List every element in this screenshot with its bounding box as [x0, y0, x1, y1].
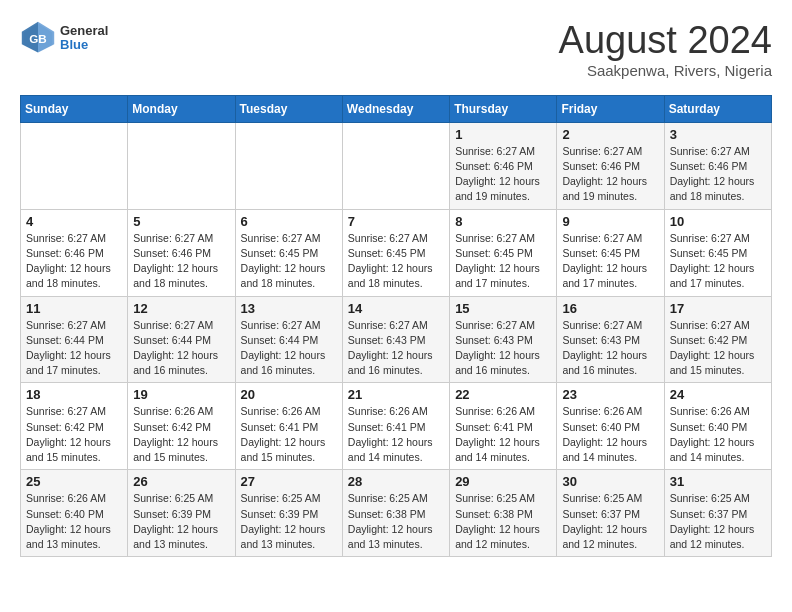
day-number: 24: [670, 387, 766, 402]
day-detail: Sunrise: 6:26 AMSunset: 6:40 PMDaylight:…: [562, 404, 658, 465]
day-detail: Sunrise: 6:27 AMSunset: 6:46 PMDaylight:…: [455, 144, 551, 205]
day-number: 12: [133, 301, 229, 316]
header-cell-friday: Friday: [557, 95, 664, 122]
calendar-cell: 23Sunrise: 6:26 AMSunset: 6:40 PMDayligh…: [557, 383, 664, 470]
calendar-cell: 29Sunrise: 6:25 AMSunset: 6:38 PMDayligh…: [450, 470, 557, 557]
day-number: 31: [670, 474, 766, 489]
header-cell-monday: Monday: [128, 95, 235, 122]
logo-icon: GB: [20, 20, 56, 56]
week-row-3: 11Sunrise: 6:27 AMSunset: 6:44 PMDayligh…: [21, 296, 772, 383]
logo-blue: Blue: [60, 38, 108, 52]
day-detail: Sunrise: 6:27 AMSunset: 6:46 PMDaylight:…: [670, 144, 766, 205]
calendar-header: SundayMondayTuesdayWednesdayThursdayFrid…: [21, 95, 772, 122]
day-number: 29: [455, 474, 551, 489]
day-number: 18: [26, 387, 122, 402]
header-cell-tuesday: Tuesday: [235, 95, 342, 122]
day-number: 2: [562, 127, 658, 142]
logo-text: General Blue: [60, 24, 108, 53]
day-detail: Sunrise: 6:27 AMSunset: 6:43 PMDaylight:…: [455, 318, 551, 379]
day-detail: Sunrise: 6:25 AMSunset: 6:38 PMDaylight:…: [455, 491, 551, 552]
calendar-cell: 28Sunrise: 6:25 AMSunset: 6:38 PMDayligh…: [342, 470, 449, 557]
week-row-1: 1Sunrise: 6:27 AMSunset: 6:46 PMDaylight…: [21, 122, 772, 209]
day-number: 14: [348, 301, 444, 316]
day-detail: Sunrise: 6:25 AMSunset: 6:37 PMDaylight:…: [670, 491, 766, 552]
calendar-cell: [21, 122, 128, 209]
day-number: 10: [670, 214, 766, 229]
calendar-cell: [128, 122, 235, 209]
calendar-cell: 24Sunrise: 6:26 AMSunset: 6:40 PMDayligh…: [664, 383, 771, 470]
day-number: 7: [348, 214, 444, 229]
day-number: 28: [348, 474, 444, 489]
day-number: 9: [562, 214, 658, 229]
calendar-cell: 27Sunrise: 6:25 AMSunset: 6:39 PMDayligh…: [235, 470, 342, 557]
calendar-cell: 8Sunrise: 6:27 AMSunset: 6:45 PMDaylight…: [450, 209, 557, 296]
day-number: 26: [133, 474, 229, 489]
calendar-cell: 10Sunrise: 6:27 AMSunset: 6:45 PMDayligh…: [664, 209, 771, 296]
day-detail: Sunrise: 6:25 AMSunset: 6:39 PMDaylight:…: [133, 491, 229, 552]
logo-general: General: [60, 24, 108, 38]
day-detail: Sunrise: 6:26 AMSunset: 6:41 PMDaylight:…: [241, 404, 337, 465]
calendar-cell: 17Sunrise: 6:27 AMSunset: 6:42 PMDayligh…: [664, 296, 771, 383]
day-number: 3: [670, 127, 766, 142]
header-cell-thursday: Thursday: [450, 95, 557, 122]
header-cell-saturday: Saturday: [664, 95, 771, 122]
day-detail: Sunrise: 6:27 AMSunset: 6:45 PMDaylight:…: [670, 231, 766, 292]
calendar-cell: 26Sunrise: 6:25 AMSunset: 6:39 PMDayligh…: [128, 470, 235, 557]
week-row-2: 4Sunrise: 6:27 AMSunset: 6:46 PMDaylight…: [21, 209, 772, 296]
day-detail: Sunrise: 6:27 AMSunset: 6:43 PMDaylight:…: [348, 318, 444, 379]
day-detail: Sunrise: 6:26 AMSunset: 6:41 PMDaylight:…: [348, 404, 444, 465]
calendar-cell: 11Sunrise: 6:27 AMSunset: 6:44 PMDayligh…: [21, 296, 128, 383]
calendar-cell: 19Sunrise: 6:26 AMSunset: 6:42 PMDayligh…: [128, 383, 235, 470]
day-detail: Sunrise: 6:25 AMSunset: 6:38 PMDaylight:…: [348, 491, 444, 552]
day-detail: Sunrise: 6:27 AMSunset: 6:44 PMDaylight:…: [241, 318, 337, 379]
day-number: 13: [241, 301, 337, 316]
calendar-cell: 25Sunrise: 6:26 AMSunset: 6:40 PMDayligh…: [21, 470, 128, 557]
day-detail: Sunrise: 6:26 AMSunset: 6:40 PMDaylight:…: [26, 491, 122, 552]
day-detail: Sunrise: 6:27 AMSunset: 6:45 PMDaylight:…: [455, 231, 551, 292]
calendar-cell: 15Sunrise: 6:27 AMSunset: 6:43 PMDayligh…: [450, 296, 557, 383]
calendar-cell: 13Sunrise: 6:27 AMSunset: 6:44 PMDayligh…: [235, 296, 342, 383]
day-number: 21: [348, 387, 444, 402]
subtitle: Saakpenwa, Rivers, Nigeria: [559, 62, 772, 79]
day-detail: Sunrise: 6:26 AMSunset: 6:40 PMDaylight:…: [670, 404, 766, 465]
day-number: 25: [26, 474, 122, 489]
month-title: August 2024: [559, 20, 772, 62]
day-detail: Sunrise: 6:27 AMSunset: 6:46 PMDaylight:…: [26, 231, 122, 292]
day-number: 8: [455, 214, 551, 229]
day-number: 22: [455, 387, 551, 402]
day-number: 27: [241, 474, 337, 489]
calendar-body: 1Sunrise: 6:27 AMSunset: 6:46 PMDaylight…: [21, 122, 772, 556]
calendar-cell: [342, 122, 449, 209]
calendar-cell: 9Sunrise: 6:27 AMSunset: 6:45 PMDaylight…: [557, 209, 664, 296]
calendar-cell: 7Sunrise: 6:27 AMSunset: 6:45 PMDaylight…: [342, 209, 449, 296]
calendar-cell: 3Sunrise: 6:27 AMSunset: 6:46 PMDaylight…: [664, 122, 771, 209]
day-detail: Sunrise: 6:27 AMSunset: 6:46 PMDaylight:…: [133, 231, 229, 292]
day-detail: Sunrise: 6:27 AMSunset: 6:45 PMDaylight:…: [241, 231, 337, 292]
calendar-cell: [235, 122, 342, 209]
day-detail: Sunrise: 6:27 AMSunset: 6:45 PMDaylight:…: [562, 231, 658, 292]
week-row-4: 18Sunrise: 6:27 AMSunset: 6:42 PMDayligh…: [21, 383, 772, 470]
day-detail: Sunrise: 6:27 AMSunset: 6:42 PMDaylight:…: [670, 318, 766, 379]
day-detail: Sunrise: 6:25 AMSunset: 6:37 PMDaylight:…: [562, 491, 658, 552]
logo: GB General Blue: [20, 20, 108, 56]
day-number: 5: [133, 214, 229, 229]
calendar-cell: 14Sunrise: 6:27 AMSunset: 6:43 PMDayligh…: [342, 296, 449, 383]
calendar-cell: 18Sunrise: 6:27 AMSunset: 6:42 PMDayligh…: [21, 383, 128, 470]
day-detail: Sunrise: 6:27 AMSunset: 6:44 PMDaylight:…: [133, 318, 229, 379]
day-number: 30: [562, 474, 658, 489]
header: GB General Blue August 2024 Saakpenwa, R…: [20, 20, 772, 79]
day-number: 4: [26, 214, 122, 229]
day-detail: Sunrise: 6:27 AMSunset: 6:44 PMDaylight:…: [26, 318, 122, 379]
calendar-cell: 31Sunrise: 6:25 AMSunset: 6:37 PMDayligh…: [664, 470, 771, 557]
calendar-cell: 20Sunrise: 6:26 AMSunset: 6:41 PMDayligh…: [235, 383, 342, 470]
day-number: 6: [241, 214, 337, 229]
day-detail: Sunrise: 6:26 AMSunset: 6:41 PMDaylight:…: [455, 404, 551, 465]
day-detail: Sunrise: 6:27 AMSunset: 6:46 PMDaylight:…: [562, 144, 658, 205]
day-number: 15: [455, 301, 551, 316]
calendar-cell: 30Sunrise: 6:25 AMSunset: 6:37 PMDayligh…: [557, 470, 664, 557]
calendar-cell: 16Sunrise: 6:27 AMSunset: 6:43 PMDayligh…: [557, 296, 664, 383]
day-number: 23: [562, 387, 658, 402]
day-detail: Sunrise: 6:26 AMSunset: 6:42 PMDaylight:…: [133, 404, 229, 465]
day-detail: Sunrise: 6:27 AMSunset: 6:43 PMDaylight:…: [562, 318, 658, 379]
header-cell-sunday: Sunday: [21, 95, 128, 122]
